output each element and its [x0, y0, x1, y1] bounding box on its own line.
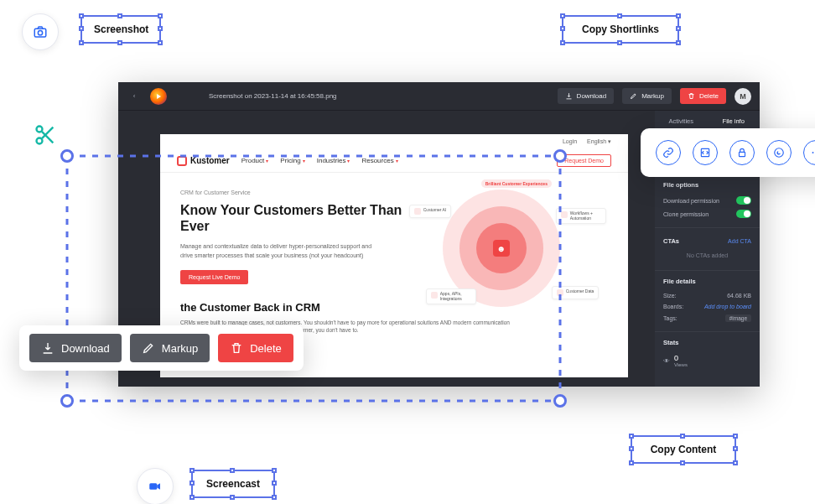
size-value: 64.68 KB: [727, 293, 751, 299]
tag-brilliant: Brilliant Customer Experiences: [481, 179, 552, 188]
callout-label: Copy Content: [651, 444, 717, 455]
hero-body: Manage and contextualize data to deliver…: [180, 242, 373, 259]
section-ctas: CTAs Add CTA No CTAs added: [655, 227, 760, 270]
lock-icon-button[interactable]: [729, 140, 755, 165]
add-cta-link[interactable]: Add CTA: [728, 238, 751, 244]
size-label: Size:: [663, 293, 677, 299]
download-permission-label: Download permission: [663, 198, 719, 204]
svg-point-4: [37, 138, 43, 144]
views-label: Views: [674, 362, 688, 367]
selection-handle-bl[interactable]: [60, 394, 74, 408]
nav-pricing: Pricing: [280, 157, 304, 164]
titlebar-markup-button[interactable]: Markup: [622, 88, 672, 104]
selection-handle-tr[interactable]: [553, 149, 567, 163]
boards-value[interactable]: Add drop to board: [704, 304, 751, 309]
tags-value: #image: [725, 314, 751, 322]
button-label: Delete: [699, 92, 719, 100]
titlebar-delete-button[interactable]: Delete: [680, 88, 726, 104]
callout-label: Copy Shortlinks: [582, 23, 659, 35]
actionbar-download-button[interactable]: Download: [29, 334, 122, 362]
app-logo: [150, 88, 167, 105]
button-label: Markup: [641, 92, 664, 100]
kustomer-logo: Kustomer: [177, 156, 230, 166]
file-options-heading: File options: [663, 181, 751, 189]
svg-point-13: [775, 148, 784, 158]
section-stats: Stats 👁 0 Views: [655, 331, 760, 377]
more-icon-button[interactable]: [803, 140, 815, 165]
section-file-options: File options Download permission Clone p…: [655, 174, 760, 227]
actionbar-delete-button[interactable]: Delete: [218, 334, 293, 362]
chip-customer-ai: Customer AI: [409, 205, 452, 218]
tags-label: Tags:: [663, 315, 677, 321]
svg-rect-12: [740, 152, 745, 156]
hero-eyebrow: CRM for Customer Service: [180, 190, 409, 195]
k-login: Login: [563, 138, 577, 145]
download-permission-toggle[interactable]: [736, 196, 751, 205]
callout-label: Screenshot: [94, 23, 148, 35]
callout-label: Screencast: [206, 478, 260, 490]
section2-title: the Customer Back in CRM: [180, 301, 608, 314]
file-details-heading: File details: [663, 278, 751, 285]
button-label: Markup: [162, 342, 198, 355]
eye-icon: 👁: [663, 357, 670, 365]
user-avatar[interactable]: M: [735, 88, 751, 105]
smiley-icon: ☻: [493, 240, 510, 257]
selection-handle-tl[interactable]: [60, 149, 74, 163]
svg-rect-2: [149, 483, 157, 490]
callout-copy-shortlinks: Copy Shortlinks: [562, 15, 679, 44]
floating-action-bar: Download Markup Delete: [19, 325, 304, 371]
shortlink-toolbar: [641, 128, 815, 177]
camera-icon-button[interactable]: [22, 13, 59, 50]
video-icon-button[interactable]: [137, 468, 174, 504]
chip-data: Customer Data: [552, 286, 600, 299]
boards-label: Boards:: [663, 304, 683, 309]
clone-permission-toggle[interactable]: [736, 210, 751, 218]
button-label: Download: [61, 342, 110, 355]
nav-resources: Resources: [361, 157, 397, 164]
scissors-icon: [34, 123, 57, 147]
ctas-empty: No CTAs added: [663, 247, 751, 263]
button-label: Delete: [250, 342, 282, 355]
actionbar-markup-button[interactable]: Markup: [130, 334, 210, 362]
views-count: 0: [674, 354, 688, 362]
filename-label: Screenshot on 2023-11-14 at 16:45:58.png: [209, 92, 337, 100]
embed-icon-button[interactable]: [693, 140, 718, 165]
link-icon-button[interactable]: [656, 140, 681, 165]
hero-title: Know Your Customers Better Than Ever: [180, 202, 409, 234]
nav-industries: Industries: [317, 157, 350, 164]
callout-screenshot: Screenshot: [80, 15, 161, 44]
chip-workflows: Workflows + Automation: [556, 208, 606, 224]
hero-cta: Request Live Demo: [180, 270, 248, 284]
titlebar: ‹ Screenshot on 2023-11-14 at 16:45:58.p…: [118, 82, 760, 111]
titlebar-download-button[interactable]: Download: [558, 88, 615, 104]
callout-copy-content: Copy Content: [631, 435, 736, 464]
svg-point-3: [37, 127, 43, 132]
whatsapp-icon-button[interactable]: [766, 140, 792, 165]
clone-permission-label: Clone permission: [663, 211, 709, 217]
nav-product: Product: [241, 157, 269, 164]
selection-handle-br[interactable]: [553, 394, 567, 408]
stats-heading: Stats: [663, 339, 751, 346]
ctas-heading: CTAs: [663, 237, 679, 245]
back-button[interactable]: ‹: [127, 92, 142, 100]
k-lang: English ▾: [587, 138, 611, 145]
svg-rect-0: [34, 29, 46, 37]
button-label: Download: [577, 92, 607, 100]
section-file-details: File details Size:64.68 KB Boards:Add dr…: [655, 270, 760, 331]
callout-screencast: Screencast: [191, 470, 275, 498]
chip-apps: Apps, APIs, Integrations: [426, 288, 476, 304]
svg-point-14: [812, 152, 814, 153]
svg-point-1: [38, 31, 42, 35]
